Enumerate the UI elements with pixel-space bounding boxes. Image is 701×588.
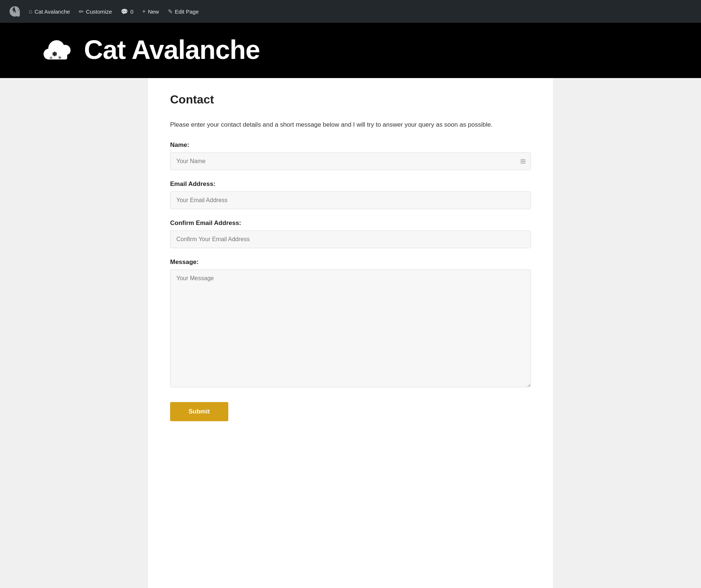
site-header: ❄ ✳ ✳ Cat Avalanche	[0, 23, 701, 78]
submit-button[interactable]: Submit	[170, 402, 228, 421]
confirm-email-field-group: Confirm Email Address:	[170, 219, 531, 248]
admin-bar-comments[interactable]: 💬 0	[117, 6, 137, 17]
email-input[interactable]	[170, 191, 531, 209]
home-icon: ⌂	[29, 8, 32, 15]
message-label: Message:	[170, 258, 531, 266]
site-title: Cat Avalanche	[84, 35, 260, 65]
admin-bar-site-name[interactable]: ⌂ Cat Avalanche	[25, 6, 74, 17]
content-inner: Contact Please enter your contact detail…	[148, 78, 553, 588]
page-title: Contact	[170, 93, 531, 106]
admin-bar-customize[interactable]: ✏ Customize	[75, 6, 116, 17]
pencil-icon: ✎	[168, 8, 173, 15]
name-input[interactable]	[170, 152, 531, 170]
site-logo: ❄ ✳ ✳	[37, 29, 77, 70]
main-content: Contact Please enter your contact detail…	[0, 78, 701, 588]
name-field-group: Name: ⊞	[170, 141, 531, 170]
email-field-group: Email Address:	[170, 180, 531, 209]
admin-bar-new[interactable]: + New	[138, 6, 162, 17]
name-field-icon: ⊞	[520, 157, 526, 165]
comment-icon: 💬	[121, 8, 128, 15]
email-label: Email Address:	[170, 180, 531, 188]
intro-text: Please enter your contact details and a …	[170, 120, 531, 130]
name-label: Name:	[170, 141, 531, 149]
message-field-group: Message:	[170, 258, 531, 389]
svg-text:✳: ✳	[49, 56, 53, 60]
paint-icon: ✏	[79, 8, 84, 15]
confirm-email-label: Confirm Email Address:	[170, 219, 531, 227]
name-input-wrapper: ⊞	[170, 152, 531, 170]
admin-bar-edit-page[interactable]: ✎ Edit Page	[164, 6, 202, 17]
contact-form: Name: ⊞ Email Address: Confirm Email Add…	[170, 141, 531, 421]
wp-logo-button[interactable]	[6, 4, 24, 19]
plus-icon: +	[142, 8, 145, 15]
admin-bar: ⌂ Cat Avalanche ✏ Customize 💬 0 + New ✎ …	[0, 0, 701, 23]
message-textarea[interactable]	[170, 270, 531, 387]
confirm-email-input[interactable]	[170, 230, 531, 248]
svg-text:✳: ✳	[58, 55, 62, 60]
